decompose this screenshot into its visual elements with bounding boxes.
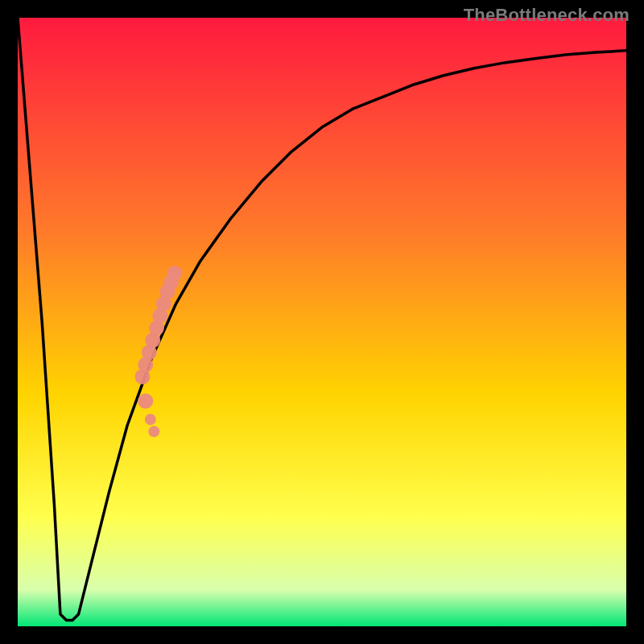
chart-canvas	[0, 0, 644, 644]
bottleneck-chart: TheBottleneck.com	[0, 0, 644, 644]
highlight-dot	[138, 394, 153, 409]
frame-bottom	[0, 626, 644, 644]
frame-right	[626, 0, 644, 644]
gradient-background	[18, 18, 626, 626]
frame-top	[0, 0, 644, 18]
highlight-dot	[167, 266, 183, 281]
frame-left	[0, 0, 18, 644]
highlight-dot	[148, 426, 159, 437]
highlight-dot	[145, 414, 156, 425]
